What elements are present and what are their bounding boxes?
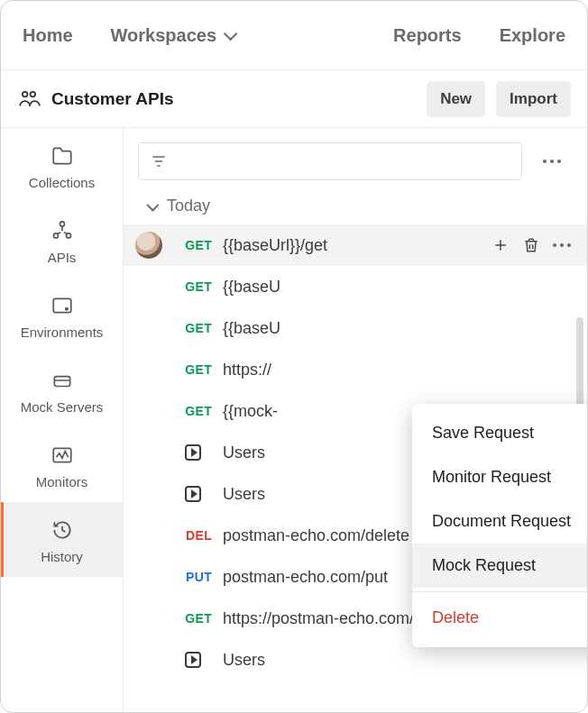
main-split: Collections APIs Environments Mock Serve… xyxy=(1,127,587,713)
svg-rect-8 xyxy=(53,448,71,462)
method-badge: PUT xyxy=(174,570,212,584)
menu-item-mock-request[interactable]: Mock Request✊ xyxy=(412,544,587,588)
rail-label: Environments xyxy=(21,325,104,340)
svg-point-1 xyxy=(31,91,36,96)
nav-reports[interactable]: Reports xyxy=(393,25,462,46)
run-icon xyxy=(185,652,201,668)
section-label: Today xyxy=(167,197,210,215)
avatar-slot xyxy=(134,232,163,259)
add-icon[interactable] xyxy=(492,236,510,254)
workspace-bar: Customer APIs New Import xyxy=(1,69,587,127)
svg-rect-5 xyxy=(53,298,71,312)
method-badge: GET xyxy=(174,362,212,377)
method-badge: DEL xyxy=(174,528,212,543)
menu-item-document-request[interactable]: Document Request xyxy=(412,499,587,544)
method-badge xyxy=(174,652,212,668)
server-icon xyxy=(51,369,74,392)
rail-label: History xyxy=(41,549,83,564)
nav-workspaces-label: Workspaces xyxy=(111,25,216,46)
menu-item-save-request[interactable]: Save Request xyxy=(412,411,587,455)
request-label: Users xyxy=(223,651,571,670)
new-button[interactable]: New xyxy=(427,81,485,117)
request-label: {{baseU xyxy=(223,319,571,338)
dots-icon xyxy=(543,160,561,163)
menu-item-monitor-request[interactable]: Monitor Request xyxy=(412,455,587,499)
svg-point-2 xyxy=(60,222,64,226)
history-row[interactable]: GEThttps:// xyxy=(124,349,587,390)
monitor-icon xyxy=(51,443,74,467)
method-badge: GET xyxy=(174,238,212,252)
row-actions xyxy=(492,236,571,254)
trash-icon[interactable] xyxy=(522,236,540,254)
history-panel: Today GET{{baseUrl}}/getGET{{baseUGET{{b… xyxy=(124,128,587,713)
rail-label: Monitors xyxy=(36,474,88,489)
rail-apis[interactable]: APIs xyxy=(1,203,123,278)
request-label: {{baseUrl}}/get xyxy=(223,236,481,255)
history-icon xyxy=(51,518,74,542)
request-label: https:// xyxy=(223,361,571,379)
chevron-down-icon xyxy=(146,198,159,211)
people-icon xyxy=(17,87,41,111)
filter-button[interactable] xyxy=(138,142,522,180)
api-icon xyxy=(51,219,74,242)
panel-more-button[interactable] xyxy=(531,142,573,180)
left-rail: Collections APIs Environments Mock Serve… xyxy=(1,128,124,713)
rail-history[interactable]: History xyxy=(1,502,123,577)
environment-icon xyxy=(51,294,74,317)
rail-environments[interactable]: Environments xyxy=(1,278,123,352)
rail-label: Collections xyxy=(29,175,95,190)
method-badge: GET xyxy=(174,279,212,294)
menu-separator xyxy=(412,591,587,592)
top-nav: Home Workspaces Reports Explore xyxy=(1,1,587,69)
method-badge: GET xyxy=(174,321,212,335)
row-more-button[interactable] xyxy=(553,243,571,247)
method-badge: GET xyxy=(174,404,212,418)
chevron-down-icon xyxy=(224,26,238,41)
request-label: {{baseU xyxy=(223,278,571,297)
run-icon xyxy=(185,444,201,461)
menu-item-delete[interactable]: Delete xyxy=(412,596,587,640)
history-row[interactable]: GET{{baseUrl}}/get xyxy=(124,224,587,266)
method-badge: GET xyxy=(174,611,212,626)
rail-label: APIs xyxy=(48,250,77,265)
history-section-header[interactable]: Today xyxy=(124,184,587,224)
method-badge xyxy=(174,486,212,502)
svg-point-0 xyxy=(23,91,28,96)
rail-collections[interactable]: Collections xyxy=(1,128,123,203)
run-icon xyxy=(185,486,201,502)
rail-label: Mock Servers xyxy=(21,399,104,415)
history-row[interactable]: GET{{baseU xyxy=(124,307,587,349)
rail-mockservers[interactable]: Mock Servers xyxy=(1,352,123,427)
nav-workspaces[interactable]: Workspaces xyxy=(111,25,234,46)
import-button[interactable]: Import xyxy=(496,81,571,117)
avatar xyxy=(135,232,162,259)
svg-point-6 xyxy=(65,308,67,310)
method-badge xyxy=(174,444,212,461)
history-row[interactable]: GET{{baseU xyxy=(124,266,587,307)
context-menu: Save RequestMonitor RequestDocument Requ… xyxy=(412,404,587,647)
nav-explore[interactable]: Explore xyxy=(500,25,565,46)
rail-monitors[interactable]: Monitors xyxy=(1,427,123,502)
filter-icon xyxy=(150,152,168,170)
workspace-title: Customer APIs xyxy=(51,89,174,109)
folder-icon xyxy=(51,144,74,168)
nav-home[interactable]: Home xyxy=(23,25,73,46)
filter-bar xyxy=(138,142,573,180)
